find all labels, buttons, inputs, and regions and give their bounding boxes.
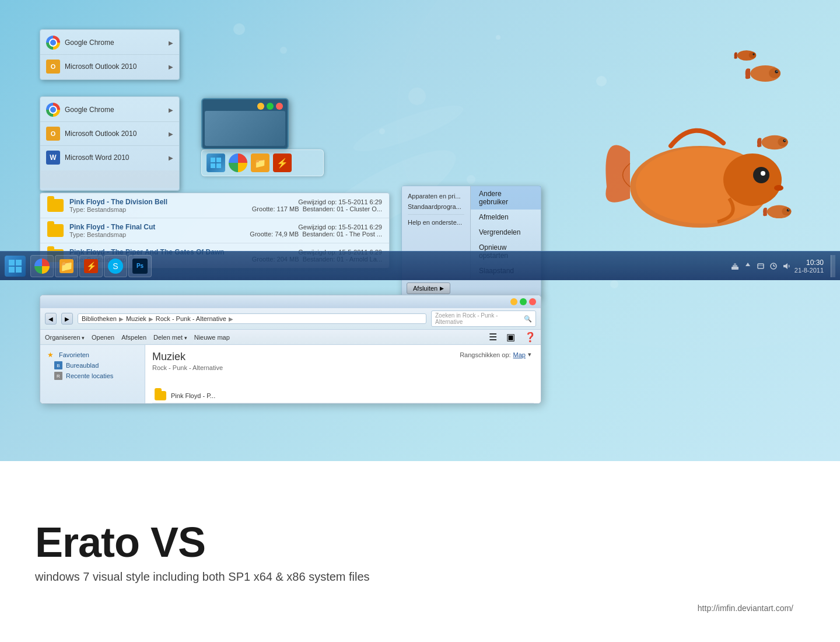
explorer-help-icon[interactable]: ❓: [524, 332, 536, 343]
shutdown-left-item-apparaten[interactable]: Apparaten en pri...: [408, 191, 464, 201]
sort-label: Rangschikken op:: [460, 351, 510, 358]
explorer-toolbar: ◀ ▶ Bibliotheken ▶ Muziek ▶ Rock - Punk …: [40, 308, 541, 330]
svg-point-13: [785, 140, 785, 141]
thumbnail-content: [205, 111, 285, 146]
tray-arrow-icon[interactable]: [743, 261, 752, 271]
explorer-close-btn[interactable]: [529, 298, 536, 305]
word-arrow-large: ▶: [169, 155, 173, 161]
menu-item-chrome-small[interactable]: Google Chrome ▶: [40, 32, 179, 53]
explorer-window: ◀ ▶ Bibliotheken ▶ Muziek ▶ Rock - Punk …: [40, 295, 541, 404]
taskbar-pin-flash[interactable]: ⚡: [79, 255, 103, 277]
explorer-first-folder-row[interactable]: Pink Floyd - P...: [152, 389, 534, 403]
explorer-search-box[interactable]: Zoeken in Rock - Punk - Alternative 🔍: [431, 310, 536, 327]
floating-folder-icon[interactable]: 📁: [251, 153, 270, 172]
shutdown-item-afmelden[interactable]: Afmelden: [471, 210, 541, 225]
explorer-view-icon[interactable]: ☰: [489, 332, 497, 343]
taskbar: 📁 ⚡ S Ps: [0, 251, 840, 280]
explorer-titlebar: [40, 295, 541, 308]
floating-flash-icon[interactable]: ⚡: [273, 153, 292, 172]
explorer-menu-delen[interactable]: Delen met: [153, 334, 187, 341]
outlook-label-large: Microsoft Outlook 2010: [65, 130, 169, 138]
shutdown-left-item-standaard[interactable]: Standaardprogra...: [408, 201, 464, 212]
word-icon-large: W: [46, 151, 60, 165]
shutdown-left-item-help[interactable]: Help en onderste...: [408, 217, 464, 228]
page-url[interactable]: http://imfin.deviantart.com/: [698, 603, 793, 613]
tray-network-icon[interactable]: [730, 261, 740, 271]
start-menu-small: Google Chrome ▶ O Microsoft Outlook 2010…: [40, 29, 180, 80]
explorer-menu-nieuwe-map[interactable]: Nieuwe map: [194, 334, 230, 341]
path-bibliotheken: Bibliotheken: [82, 315, 117, 322]
favorites-label: Favorieten: [59, 351, 89, 358]
desktop: Google Chrome ▶ O Microsoft Outlook 2010…: [0, 0, 840, 461]
svg-rect-23: [211, 163, 215, 168]
tray-volume-icon[interactable]: [782, 261, 791, 271]
sidebar-bureaublad[interactable]: B Bureaublad: [45, 360, 140, 371]
explorer-menu-openen[interactable]: Openen: [92, 334, 114, 341]
svg-point-5: [774, 185, 783, 191]
explorer-preview-icon[interactable]: ▣: [506, 332, 515, 343]
svg-point-17: [788, 210, 789, 210]
taskbar-pin-ps[interactable]: Ps: [128, 255, 152, 277]
outlook-label-small: Microsoft Outlook 2010: [65, 62, 169, 71]
page-title: Erato VS: [35, 519, 805, 566]
menu-item-outlook-large[interactable]: O Microsoft Outlook 2010 ▶: [40, 123, 179, 144]
floating-chrome-icon[interactable]: [229, 153, 247, 172]
bureaublad-label: Bureaublad: [66, 362, 99, 369]
taskbar-pin-chrome[interactable]: [30, 255, 54, 277]
explorer-back-btn[interactable]: ◀: [45, 313, 57, 325]
chrome-icon-small: [46, 36, 60, 50]
folder-icon-1: [47, 224, 64, 237]
explorer-menu-afspelen[interactable]: Afspelen: [121, 334, 146, 341]
tray-icon-2[interactable]: [756, 261, 765, 271]
explorer-maximize-btn[interactable]: [520, 298, 527, 305]
page-subtitle: windows 7 visual style including both SP…: [35, 570, 805, 584]
file-type-1: Type: Bestandsmap: [69, 231, 250, 238]
explorer-sort-bar: Rangschikken op: Map ▾: [460, 351, 531, 358]
show-desktop-button[interactable]: [831, 255, 835, 277]
menu-item-word-large[interactable]: W Microsoft Word 2010 ▶: [40, 147, 179, 168]
start-button[interactable]: [5, 256, 26, 277]
explorer-path-bar[interactable]: Bibliotheken ▶ Muziek ▶ Rock - Punk - Al…: [78, 313, 426, 324]
explorer-sidebar: ★ Favorieten B Bureaublad R Recente loca…: [40, 345, 145, 403]
explorer-forward-btn[interactable]: ▶: [61, 313, 73, 325]
file-name-1: Pink Floyd - The Final Cut: [69, 223, 250, 231]
file-list-row-1[interactable]: Pink Floyd - The Final Cut Type: Bestand…: [40, 218, 389, 243]
chrome-arrow-large: ▶: [169, 107, 173, 113]
fish-decoration: [554, 47, 817, 268]
taskbar-pin-skype[interactable]: S: [104, 255, 127, 277]
sidebar-recent[interactable]: R Recente locaties: [45, 371, 140, 381]
taskbar-pin-folder[interactable]: 📁: [55, 255, 78, 277]
floating-windows-icon[interactable]: [206, 153, 225, 172]
folder-icon-0: [47, 199, 64, 212]
chrome-label-large: Google Chrome: [65, 106, 169, 114]
file-size-0: Grootte: 117 MB Bestanden: 01 - Cluster …: [252, 205, 382, 212]
explorer-menu-organiseren[interactable]: Organiseren: [45, 334, 85, 341]
file-size-1: Grootte: 74,9 MB Bestanden: 01 - The Pos…: [250, 231, 382, 238]
shutdown-menu: Apparaten en pri... Standaardprogra... H…: [401, 186, 541, 298]
taskbar-ps-icon: Ps: [132, 259, 148, 274]
thumbnail-preview-window: [201, 98, 289, 149]
svg-rect-26: [16, 260, 22, 266]
explorer-folder-icon: [155, 391, 166, 400]
svg-point-4: [761, 171, 765, 176]
outlook-arrow-large: ▶: [169, 131, 173, 137]
menu-item-outlook-small[interactable]: O Microsoft Outlook 2010 ▶: [40, 56, 179, 77]
file-list-row-0[interactable]: Pink Floyd - The Division Bell Type: Bes…: [40, 193, 389, 218]
thumbnail-maximize-btn[interactable]: [267, 103, 274, 110]
thumbnail-minimize-btn[interactable]: [257, 103, 264, 110]
tray-icon-3[interactable]: [769, 261, 778, 271]
shutdown-item-other-user[interactable]: Andere gebruiker: [471, 186, 541, 210]
file-info-right-0: Gewijzigd op: 15-5-2011 6:29 Grootte: 11…: [252, 198, 382, 212]
bottom-info-area: Erato VS windows 7 visual style includin…: [0, 461, 840, 642]
taskbar-clock[interactable]: 10:30 21-8-2011: [794, 259, 824, 274]
shutdown-label: Afsluiten: [413, 285, 438, 292]
menu-item-chrome-large[interactable]: Google Chrome ▶: [40, 99, 179, 120]
thumbnail-close-btn[interactable]: [276, 103, 283, 110]
shutdown-button[interactable]: Afsluiten ▶: [407, 282, 450, 294]
explorer-minimize-btn[interactable]: [510, 298, 517, 305]
explorer-search-placeholder: Zoeken in Rock - Punk - Alternative: [435, 312, 524, 325]
svg-rect-31: [734, 263, 736, 265]
sort-value[interactable]: Map: [513, 351, 526, 358]
svg-marker-32: [746, 263, 750, 266]
shutdown-item-vergrendelen[interactable]: Vergrendelen: [471, 225, 541, 240]
